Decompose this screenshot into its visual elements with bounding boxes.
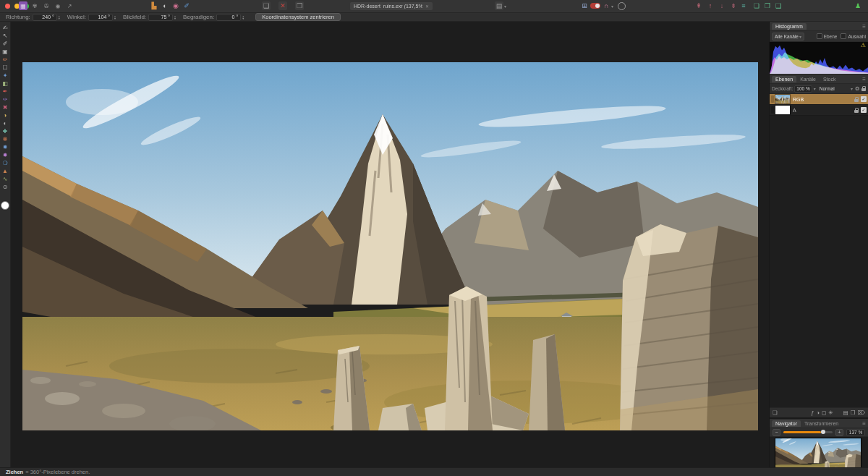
erase-brush-tool[interactable]: ✖ — [1, 103, 10, 111]
direction-stepper[interactable]: ▴▾ — [59, 15, 60, 20]
burn-brush-tool[interactable]: ◐ — [1, 119, 10, 127]
straighten-input[interactable]: 0 ° — [216, 14, 241, 21]
live-filter-icon[interactable]: ✳ — [828, 409, 833, 416]
canvas-area[interactable] — [11, 22, 769, 467]
dodge-brush-tool[interactable]: ◑ — [1, 111, 10, 119]
visibility-checkbox[interactable]: ✓ — [861, 96, 867, 102]
insert-behind-icon[interactable]: ❐ — [763, 1, 772, 10]
blemish-removal-tool[interactable]: ✹ — [1, 143, 10, 151]
blur-brush-tool[interactable]: ❍ — [1, 159, 10, 167]
zoom-slider-knob[interactable] — [821, 430, 825, 434]
liquify-persona-button[interactable]: ✾ — [30, 1, 39, 10]
move-tool[interactable]: ↖ — [1, 32, 10, 40]
export-persona-button[interactable]: ↗ — [65, 1, 74, 10]
lock-icon[interactable] — [861, 88, 866, 91]
group-layers-icon[interactable]: ▤ — [843, 409, 848, 416]
assistant-icon[interactable] — [618, 2, 626, 10]
develop-persona-button[interactable]: ✇ — [42, 1, 51, 10]
tab-kanaele[interactable]: Kanäle — [796, 76, 820, 82]
blend-mode-select[interactable]: Normal — [820, 86, 835, 91]
paint-brush-tool[interactable]: ✒ — [1, 88, 10, 95]
clipping-warning-icon[interactable]: ⚠ — [861, 42, 866, 48]
flood-select-tool[interactable]: ✦ — [1, 72, 10, 80]
view-mode-icon[interactable]: ▤ — [495, 1, 503, 10]
canvas-image[interactable] — [22, 62, 758, 430]
panel-menu-icon[interactable]: ≡ — [862, 23, 866, 30]
direction-input[interactable]: 240 ° — [33, 14, 57, 21]
zoom-in-button[interactable]: + — [835, 429, 843, 436]
chevron-down-icon[interactable]: ▾ — [814, 86, 816, 91]
view-disabled-icon[interactable]: ✕ — [278, 1, 287, 10]
tab-transformieren[interactable]: Transformieren — [801, 420, 842, 427]
colour-swatch[interactable] — [1, 201, 9, 210]
edit-lock-icon[interactable]: ❏ — [773, 409, 778, 416]
crop-tool[interactable]: ▣ — [1, 48, 10, 56]
auto-contrast-icon[interactable]: ◐ — [161, 1, 169, 10]
tab-histogramm[interactable]: Histogramm — [772, 23, 807, 30]
view-tool[interactable]: ✍ — [1, 24, 10, 32]
align-icon[interactable]: ≡ — [739, 1, 748, 10]
layer-thumbnail[interactable] — [775, 106, 790, 114]
chevron-down-icon[interactable]: ▾ — [851, 86, 853, 91]
snapping-magnet-icon[interactable]: ∩ — [602, 1, 610, 10]
layer-row-a[interactable]: A ✓ — [770, 105, 868, 116]
view-option2-icon[interactable]: ❒ — [295, 1, 304, 10]
add-layer-icon[interactable]: ❒ — [851, 409, 856, 416]
pixel-snap-toggle[interactable] — [590, 3, 600, 9]
document-tab[interactable]: HDR-desert_ruins.exr (137,5%) ✕ — [350, 2, 433, 10]
selection-checkbox[interactable] — [841, 33, 846, 39]
layer-row-rgb[interactable]: RGB ✓ — [770, 94, 868, 105]
fov-stepper[interactable]: ▴▾ — [174, 15, 176, 20]
adjustment-icon[interactable]: ◑ — [817, 409, 820, 416]
account-icon[interactable]: ♟ — [854, 1, 862, 10]
tab-stock[interactable]: Stock — [820, 76, 840, 82]
lock-icon[interactable] — [854, 99, 859, 102]
tone-mapping-persona-button[interactable]: ◉ — [54, 1, 62, 10]
smudge-brush-tool[interactable]: ∿ — [1, 175, 10, 183]
colour-picker-tool[interactable]: ✐ — [1, 40, 10, 48]
angle-stepper[interactable]: ▴▾ — [114, 15, 116, 20]
inpainting-brush-tool[interactable]: ✸ — [1, 151, 10, 159]
channel-dropdown[interactable]: Alle Kanäle ▾ — [772, 33, 804, 41]
view-option-icon[interactable]: ❑ — [262, 1, 271, 10]
tab-ebenen[interactable]: Ebenen — [772, 76, 796, 82]
insert-inside-icon[interactable]: ❏ — [752, 1, 761, 10]
zoom-tool[interactable]: ⊙ — [1, 183, 10, 191]
center-coordinate-system-button[interactable]: Koordinatensystem zentrieren — [255, 13, 341, 21]
close-window-button[interactable] — [5, 4, 10, 9]
marquee-tool[interactable]: ☐ — [1, 64, 10, 72]
gear-icon[interactable]: ❂ — [855, 86, 859, 92]
lock-icon[interactable] — [854, 110, 859, 113]
selection-brush-tool[interactable]: ✏ — [1, 56, 10, 64]
mask-icon[interactable]: ◻ — [822, 409, 826, 416]
delete-layer-icon[interactable]: ⌦ — [857, 409, 865, 416]
arrange-back-icon[interactable]: ⇟ — [729, 1, 738, 10]
pixel-grid-icon[interactable]: ⊞ — [580, 1, 589, 10]
layer-checkbox[interactable] — [817, 33, 822, 39]
opacity-value[interactable]: 100 % — [794, 85, 812, 93]
insert-top-icon[interactable]: ❑ — [774, 1, 783, 10]
visibility-checkbox[interactable]: ✓ — [861, 107, 867, 113]
auto-levels-icon[interactable]: ▙ — [150, 1, 158, 10]
auto-colours-icon[interactable]: ◉ — [171, 1, 180, 10]
panel-menu-icon[interactable]: ≡ — [862, 76, 866, 82]
panel-menu-icon[interactable]: ≡ — [862, 420, 866, 427]
healing-brush-tool[interactable]: ❋ — [1, 135, 10, 143]
chevron-down-icon[interactable]: ▾ — [611, 4, 613, 9]
arrange-front-icon[interactable]: ⇞ — [694, 1, 703, 10]
auto-white-balance-icon[interactable]: ✐ — [182, 1, 191, 10]
pixel-tool[interactable]: ✑ — [1, 95, 10, 103]
gradient-tool[interactable]: ◧ — [1, 80, 10, 88]
zoom-slider[interactable] — [783, 431, 833, 433]
chevron-down-icon[interactable]: ▾ — [504, 4, 506, 9]
clone-stamp-tool[interactable]: ✚ — [1, 127, 10, 135]
layer-thumbnail[interactable] — [775, 95, 790, 103]
tab-navigator[interactable]: Navigator — [772, 420, 801, 427]
angle-input[interactable]: 104 ° — [88, 14, 113, 21]
photo-persona-button[interactable]: ▦ — [19, 1, 27, 10]
sharpen-brush-tool[interactable]: ▲ — [1, 167, 10, 175]
zoom-value[interactable]: 137 % — [846, 429, 865, 436]
arrange-forward-icon[interactable]: ↑ — [706, 1, 715, 10]
fx-icon[interactable]: ƒ — [811, 409, 814, 416]
zoom-out-button[interactable]: − — [773, 429, 780, 436]
